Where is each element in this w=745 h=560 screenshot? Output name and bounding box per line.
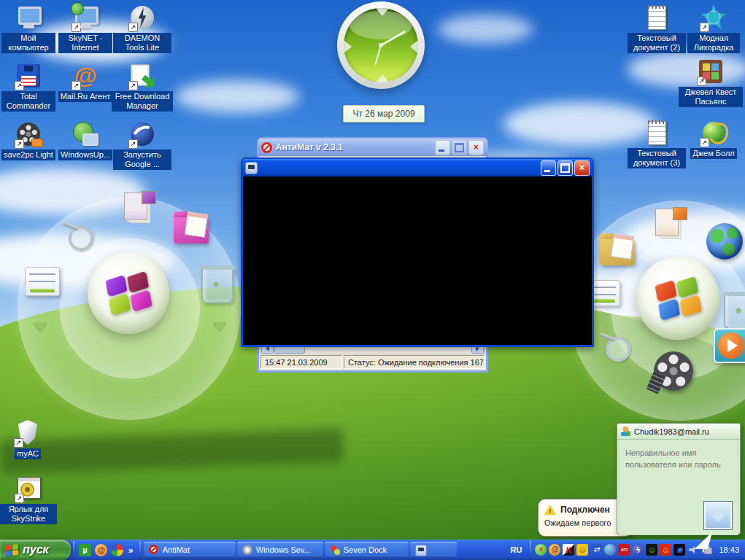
desktop-icon-windows-update[interactable]: WindowsUp...: [58, 121, 112, 160]
globe-icon[interactable]: [706, 223, 743, 260]
shortcut-arrow-icon: ↗: [700, 138, 709, 147]
clock-minute-hand: [380, 31, 405, 47]
taskbar-divider: [139, 541, 141, 559]
control-panel-icon[interactable]: [25, 267, 60, 296]
task-label: AntiMat: [163, 545, 190, 554]
minimize-button[interactable]: [541, 160, 556, 176]
start-button[interactable]: пуск: [0, 540, 71, 560]
dock-arrow-right-icon[interactable]: [213, 322, 226, 331]
icq-tray-icon[interactable]: ×: [535, 544, 547, 556]
task-label: Seven Dock: [344, 545, 387, 554]
desktop-icon-jewel-quest[interactable]: ↗ Джевел Квест Пасьянс: [679, 58, 743, 107]
jewel-quest-icon: ↗: [698, 58, 724, 85]
language-indicator[interactable]: RU: [505, 543, 528, 556]
search-magnifier-icon[interactable]: [598, 330, 632, 363]
task-label: Windows Sev...: [256, 545, 311, 554]
black-window-titlebar[interactable]: ×: [242, 159, 592, 176]
desktop-icon-my-computer[interactable]: Мой компьютер: [1, 4, 55, 53]
account-name: Chudik1983@mail.ru: [634, 427, 709, 436]
taskbar-clock[interactable]: 18:43: [714, 545, 745, 554]
maximize-button[interactable]: [557, 160, 573, 176]
desktop-icon-modnaya-lihoradka[interactable]: ↗ Модная Лихорадка: [687, 4, 740, 53]
minimize-button[interactable]: [435, 140, 450, 155]
desktop-icon-free-download-manager[interactable]: ↗ Free Download Manager: [112, 63, 173, 112]
floppy-window-task-icon: [415, 545, 427, 556]
browser-quicklaunch-icon[interactable]: [111, 544, 123, 556]
system-tray: × @ K ☺ ⇄ ATI ϟ ☺ ☺ ◉: [533, 544, 714, 556]
shortcut-arrow-icon: ↗: [128, 23, 138, 32]
left-dock-start-orb[interactable]: [88, 252, 169, 334]
taskbar-item-seven-dock[interactable]: Seven Dock: [325, 542, 409, 558]
documents-stack-icon[interactable]: [654, 207, 687, 238]
mail-agent-quicklaunch-icon[interactable]: @: [95, 544, 107, 556]
volume-tray-icon[interactable]: [687, 544, 699, 556]
qip-tray-icon[interactable]: ☺: [576, 544, 588, 556]
documents-stack-icon[interactable]: [123, 191, 156, 222]
desktop-icon-daemon-tools[interactable]: ↗ DAEMON Tools Lite: [113, 4, 171, 53]
desktop-icon-jam-ball[interactable]: ↗ Джем Болл: [687, 120, 740, 159]
desktop-icon-google-earth[interactable]: ↗ Запустить Google ...: [113, 121, 171, 170]
date-widget: Чт 26 мар 2009: [343, 105, 425, 122]
desktop-icon-label: Модная Лихорадка: [687, 33, 740, 53]
daemon-tools-icon: ↗: [129, 4, 155, 31]
down-arrow-icon: [711, 509, 725, 522]
desktop-icon-text-document-2[interactable]: Текстовый документ (2): [628, 4, 686, 53]
status-connection: Статус: Ожидание подключения 16781: [344, 355, 485, 369]
shortcut-arrow-icon: ↗: [14, 438, 23, 448]
utorrent-quicklaunch-icon[interactable]: µ: [79, 544, 91, 556]
antimat-app-icon: [261, 142, 272, 153]
smiley-dark-tray-icon[interactable]: ☺: [646, 544, 657, 556]
clock-widget[interactable]: [337, 1, 425, 89]
desktop-icon-label: DAEMON Tools Lite: [113, 33, 171, 53]
right-dock-start-orb[interactable]: [636, 257, 719, 340]
globe-tray-icon[interactable]: [604, 544, 616, 556]
recycle-bin-icon[interactable]: [201, 267, 233, 303]
shortcut-arrow-icon: ↗: [15, 139, 24, 149]
jam-ball-icon: ↗: [700, 120, 727, 146]
collapse-arrow-button[interactable]: [703, 501, 733, 530]
desktop-icon-label: Mail.Ru Агент: [58, 91, 113, 102]
taskbar-item-untitled[interactable]: [410, 542, 457, 558]
smiley-red-tray-icon[interactable]: ☺: [660, 544, 671, 556]
punto-switcher-tray-icon[interactable]: ⇄: [590, 544, 602, 556]
quick-launch-chevron[interactable]: »: [128, 545, 134, 556]
warning-icon: !: [544, 505, 556, 515]
desktop-icon-skystrike[interactable]: ↗ Ярлык для SkyStrike: [0, 475, 57, 524]
desktop-icon-save2pc[interactable]: ↗ save2pc Light: [0, 121, 57, 160]
antimat-statusbar: 15:47 21.03.2009 Статус: Ожидание подклю…: [260, 355, 485, 369]
mail-agent-tray-icon[interactable]: @: [549, 544, 560, 556]
recycle-bin-icon[interactable]: [724, 293, 745, 330]
windows-flag-icon: [105, 273, 151, 314]
search-magnifier-icon[interactable]: [61, 219, 95, 252]
close-button[interactable]: ×: [468, 140, 484, 155]
taskbar-divider: [73, 541, 74, 559]
google-earth-icon: ↗: [129, 121, 155, 147]
taskbar: пуск µ @ » AntiMat Windows Sev... Seven …: [0, 540, 745, 560]
maximize-button[interactable]: [452, 140, 467, 155]
ati-tray-icon[interactable]: ATI: [618, 544, 630, 556]
kaspersky-tray-icon[interactable]: K: [563, 544, 574, 556]
desktop-icon-text-document-3[interactable]: Текстовый документ (3): [628, 120, 686, 168]
desktop-icon-label: Текстовый документ (3): [628, 148, 686, 168]
shield-icon: ↗: [15, 420, 41, 446]
close-button[interactable]: ×: [574, 160, 590, 176]
desktop-icon-mailru-agent[interactable]: @↗ Mail.Ru Агент: [57, 63, 114, 102]
desktop-icon-myac[interactable]: ↗ myAC: [3, 420, 53, 459]
desktop-icon-total-commander[interactable]: ↗ Total Commander: [1, 63, 55, 112]
yellow-folder-icon[interactable]: [600, 238, 635, 265]
desktop-icon-skynet-internet[interactable]: ↗ SkyNET - Internet: [58, 4, 112, 53]
desktop-icon-label: save2pc Light: [1, 149, 55, 160]
taskbar-item-windows-seven[interactable]: Windows Sev...: [237, 542, 323, 558]
radio-tray-icon[interactable]: ◉: [673, 544, 685, 556]
media-play-icon[interactable]: [714, 328, 745, 363]
mail-popup-header: Chudik1983@mail.ru: [617, 424, 740, 440]
movies-reel-icon[interactable]: [654, 351, 693, 391]
daemon-tools-tray-icon[interactable]: ϟ: [632, 544, 644, 556]
fdm-arrow-icon: ↗: [129, 63, 155, 89]
mail-agent-popup: Chudik1983@mail.ru Неправильное имя поль…: [617, 423, 741, 534]
antimat-titlebar[interactable]: АнтиМат v 2.3.1 ×: [258, 139, 487, 156]
dock-arrow-left-icon[interactable]: [34, 322, 47, 331]
pink-folder-icon[interactable]: [174, 216, 209, 244]
taskbar-item-antimat[interactable]: AntiMat: [144, 542, 236, 558]
clock-notch: [376, 74, 389, 82]
